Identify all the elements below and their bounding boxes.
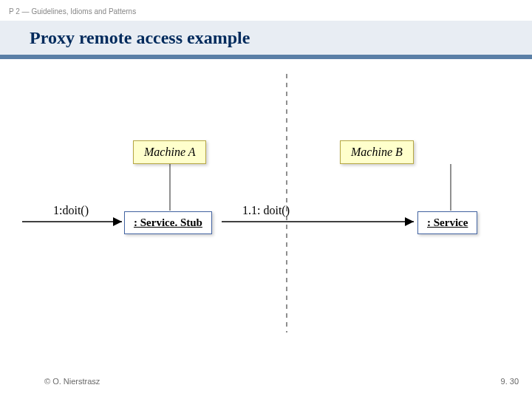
page-title: Proxy remote access example [0,28,250,48]
machine-b-box: Machine B [340,140,414,164]
arrow-1-head [113,217,122,226]
machine-a-box: Machine A [133,140,206,164]
service-box: : Service [417,211,477,234]
call-1-label: 1:doit() [53,204,89,217]
diagram-area: Machine A Machine B 1:doit() 1.1: doit()… [0,59,532,355]
call-1-1-label: 1.1: doit() [242,204,290,217]
breadcrumb: P 2 — Guidelines, Idioms and Patterns [9,7,136,16]
footer-page-number: 9. 30 [501,377,519,386]
arrow-1-1-head [405,217,414,226]
footer-copyright: © O. Nierstrasz [44,377,100,386]
title-banner: Proxy remote access example [0,21,532,55]
service-stub-box: : Service. Stub [124,211,212,234]
